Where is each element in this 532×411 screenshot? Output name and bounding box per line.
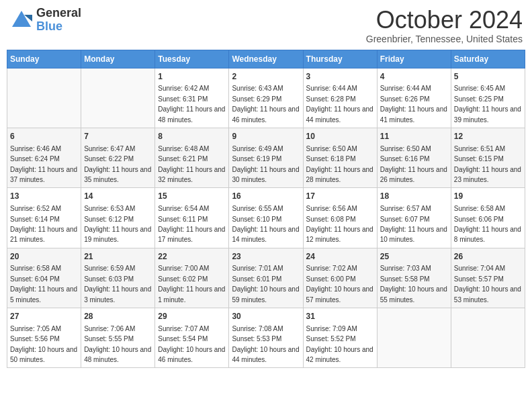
calendar-cell: 28Sunrise: 7:06 AM Sunset: 5:55 PM Dayli…	[81, 308, 155, 368]
calendar-cell: 6Sunrise: 6:46 AM Sunset: 6:24 PM Daylig…	[7, 128, 81, 187]
day-info: Sunrise: 6:43 AM Sunset: 6:29 PM Dayligh…	[232, 85, 299, 123]
day-number: 24	[306, 251, 374, 263]
calendar-table: SundayMondayTuesdayWednesdayThursdayFrid…	[7, 50, 525, 369]
day-number: 8	[158, 131, 226, 142]
calendar-cell: 2Sunrise: 6:43 AM Sunset: 6:29 PM Daylig…	[229, 68, 303, 128]
day-info: Sunrise: 7:00 AM Sunset: 6:02 PM Dayligh…	[158, 265, 225, 303]
calendar-cell: 7Sunrise: 6:47 AM Sunset: 6:22 PM Daylig…	[81, 128, 155, 187]
logo-blue: Blue	[36, 20, 81, 34]
day-number: 18	[380, 191, 448, 202]
calendar-cell: 23Sunrise: 7:01 AM Sunset: 6:01 PM Dayli…	[229, 248, 303, 308]
day-info: Sunrise: 7:05 AM Sunset: 5:56 PM Dayligh…	[10, 325, 77, 363]
location: Greenbrier, Tennessee, United States	[366, 34, 523, 44]
calendar-cell: 26Sunrise: 7:04 AM Sunset: 5:57 PM Dayli…	[451, 248, 525, 308]
day-number: 11	[380, 131, 448, 142]
calendar-cell: 16Sunrise: 6:55 AM Sunset: 6:10 PM Dayli…	[229, 188, 303, 248]
weekday-header: Sunday	[7, 50, 81, 68]
weekday-header: Monday	[81, 50, 155, 68]
day-number: 28	[84, 311, 152, 322]
day-number: 13	[10, 191, 78, 202]
day-number: 23	[232, 251, 300, 263]
day-number: 12	[454, 131, 522, 142]
day-info: Sunrise: 7:04 AM Sunset: 5:57 PM Dayligh…	[454, 265, 521, 303]
weekday-row: SundayMondayTuesdayWednesdayThursdayFrid…	[7, 50, 525, 68]
calendar-week-row: 13Sunrise: 6:52 AM Sunset: 6:14 PM Dayli…	[7, 188, 525, 248]
calendar-week-row: 27Sunrise: 7:05 AM Sunset: 5:56 PM Dayli…	[7, 308, 525, 368]
day-number: 15	[158, 191, 226, 202]
calendar-cell: 29Sunrise: 7:07 AM Sunset: 5:54 PM Dayli…	[155, 308, 229, 368]
day-info: Sunrise: 6:45 AM Sunset: 6:25 PM Dayligh…	[454, 85, 521, 123]
logo: General Blue	[9, 7, 81, 34]
day-number: 5	[454, 71, 522, 83]
day-number: 21	[84, 251, 152, 263]
day-number: 25	[380, 251, 448, 263]
day-info: Sunrise: 6:56 AM Sunset: 6:08 PM Dayligh…	[306, 205, 373, 243]
day-number: 17	[306, 191, 374, 202]
day-info: Sunrise: 6:42 AM Sunset: 6:31 PM Dayligh…	[158, 85, 225, 123]
title-section: October 2024 Greenbrier, Tennessee, Unit…	[366, 7, 523, 44]
day-info: Sunrise: 6:58 AM Sunset: 6:06 PM Dayligh…	[454, 205, 521, 243]
weekday-header: Wednesday	[229, 50, 303, 68]
day-info: Sunrise: 7:06 AM Sunset: 5:55 PM Dayligh…	[84, 325, 151, 363]
day-number: 9	[232, 131, 300, 142]
day-number: 2	[232, 71, 300, 83]
day-info: Sunrise: 6:44 AM Sunset: 6:26 PM Dayligh…	[380, 85, 447, 123]
calendar-cell: 22Sunrise: 7:00 AM Sunset: 6:02 PM Dayli…	[155, 248, 229, 308]
weekday-header: Tuesday	[155, 50, 229, 68]
day-info: Sunrise: 6:52 AM Sunset: 6:14 PM Dayligh…	[10, 205, 77, 243]
calendar-cell	[377, 308, 451, 368]
day-info: Sunrise: 6:46 AM Sunset: 6:24 PM Dayligh…	[10, 145, 77, 183]
calendar-cell: 8Sunrise: 6:48 AM Sunset: 6:21 PM Daylig…	[155, 128, 229, 187]
calendar-cell: 27Sunrise: 7:05 AM Sunset: 5:56 PM Dayli…	[7, 308, 81, 368]
day-info: Sunrise: 6:53 AM Sunset: 6:12 PM Dayligh…	[84, 205, 151, 243]
day-info: Sunrise: 7:03 AM Sunset: 5:58 PM Dayligh…	[380, 265, 447, 303]
day-info: Sunrise: 6:47 AM Sunset: 6:22 PM Dayligh…	[84, 145, 151, 183]
day-info: Sunrise: 6:50 AM Sunset: 6:16 PM Dayligh…	[380, 145, 447, 183]
day-info: Sunrise: 6:57 AM Sunset: 6:07 PM Dayligh…	[380, 205, 447, 243]
day-number: 19	[454, 191, 522, 202]
calendar-cell: 12Sunrise: 6:51 AM Sunset: 6:15 PM Dayli…	[451, 128, 525, 187]
day-number: 6	[10, 131, 78, 142]
calendar-cell: 18Sunrise: 6:57 AM Sunset: 6:07 PM Dayli…	[377, 188, 451, 248]
day-info: Sunrise: 7:02 AM Sunset: 6:00 PM Dayligh…	[306, 265, 373, 303]
svg-marker-0	[12, 11, 31, 27]
day-number: 10	[306, 131, 374, 142]
calendar-cell: 17Sunrise: 6:56 AM Sunset: 6:08 PM Dayli…	[303, 188, 377, 248]
calendar-cell: 25Sunrise: 7:03 AM Sunset: 5:58 PM Dayli…	[377, 248, 451, 308]
day-info: Sunrise: 6:44 AM Sunset: 6:28 PM Dayligh…	[306, 85, 373, 123]
day-info: Sunrise: 6:58 AM Sunset: 6:04 PM Dayligh…	[10, 265, 77, 303]
calendar-cell: 3Sunrise: 6:44 AM Sunset: 6:28 PM Daylig…	[303, 68, 377, 128]
day-info: Sunrise: 6:48 AM Sunset: 6:21 PM Dayligh…	[158, 145, 225, 183]
day-number: 4	[380, 71, 448, 83]
calendar-cell: 19Sunrise: 6:58 AM Sunset: 6:06 PM Dayli…	[451, 188, 525, 248]
day-info: Sunrise: 6:55 AM Sunset: 6:10 PM Dayligh…	[232, 205, 299, 243]
logo-general: General	[36, 7, 81, 20]
day-number: 29	[158, 311, 226, 322]
day-number: 14	[84, 191, 152, 202]
day-number: 31	[306, 311, 374, 322]
day-info: Sunrise: 6:49 AM Sunset: 6:19 PM Dayligh…	[232, 145, 299, 183]
calendar-week-row: 1Sunrise: 6:42 AM Sunset: 6:31 PM Daylig…	[7, 68, 525, 128]
calendar-cell: 4Sunrise: 6:44 AM Sunset: 6:26 PM Daylig…	[377, 68, 451, 128]
day-number: 1	[158, 71, 226, 83]
day-info: Sunrise: 6:51 AM Sunset: 6:15 PM Dayligh…	[454, 145, 521, 183]
calendar-header: SundayMondayTuesdayWednesdayThursdayFrid…	[7, 50, 525, 68]
day-number: 26	[454, 251, 522, 263]
calendar-week-row: 20Sunrise: 6:58 AM Sunset: 6:04 PM Dayli…	[7, 248, 525, 308]
day-info: Sunrise: 6:59 AM Sunset: 6:03 PM Dayligh…	[84, 265, 151, 303]
calendar-cell: 13Sunrise: 6:52 AM Sunset: 6:14 PM Dayli…	[7, 188, 81, 248]
calendar-cell: 30Sunrise: 7:08 AM Sunset: 5:53 PM Dayli…	[229, 308, 303, 368]
calendar-cell: 14Sunrise: 6:53 AM Sunset: 6:12 PM Dayli…	[81, 188, 155, 248]
logo-text: General Blue	[36, 7, 81, 34]
calendar-cell: 5Sunrise: 6:45 AM Sunset: 6:25 PM Daylig…	[451, 68, 525, 128]
calendar-cell: 24Sunrise: 7:02 AM Sunset: 6:00 PM Dayli…	[303, 248, 377, 308]
page-header: General Blue October 2024 Greenbrier, Te…	[7, 7, 525, 44]
day-number: 30	[232, 311, 300, 322]
calendar-body: 1Sunrise: 6:42 AM Sunset: 6:31 PM Daylig…	[7, 68, 525, 368]
calendar-cell	[81, 68, 155, 128]
calendar-cell: 10Sunrise: 6:50 AM Sunset: 6:18 PM Dayli…	[303, 128, 377, 187]
day-number: 20	[10, 251, 78, 263]
weekday-header: Saturday	[451, 50, 525, 68]
calendar-cell: 21Sunrise: 6:59 AM Sunset: 6:03 PM Dayli…	[81, 248, 155, 308]
day-info: Sunrise: 7:09 AM Sunset: 5:52 PM Dayligh…	[306, 325, 373, 363]
